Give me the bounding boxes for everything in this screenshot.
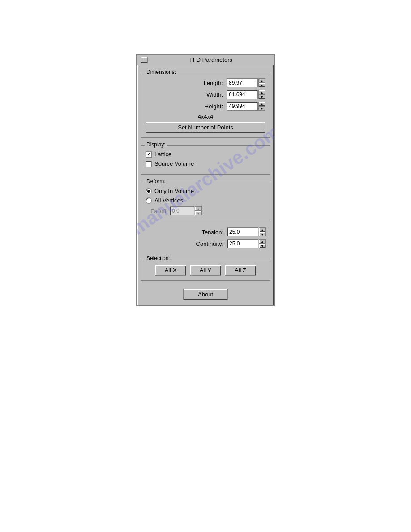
- only-in-volume-radio[interactable]: [146, 188, 152, 194]
- height-row: Height: ▲ ▼: [146, 102, 265, 111]
- tension-section: Tension: ▲ ▼ Continuity: ▲ ▼: [141, 224, 270, 252]
- selection-group: Selection: All X All Y All Z: [141, 259, 270, 281]
- tension-row: Tension: ▲ ▼: [145, 227, 266, 236]
- title-bar: - FFD Parameters: [137, 55, 274, 65]
- all-y-button[interactable]: All Y: [190, 265, 221, 276]
- falloff-up-button[interactable]: ▲: [195, 206, 202, 211]
- window-title: FFD Parameters: [151, 56, 270, 63]
- falloff-spinner-buttons: ▲ ▼: [195, 206, 202, 215]
- width-spinner-buttons: ▲ ▼: [258, 90, 265, 99]
- continuity-row: Continuity: ▲ ▼: [145, 239, 266, 248]
- continuity-spinner-buttons: ▲ ▼: [259, 239, 266, 248]
- points-display: 4x4x4: [146, 113, 265, 120]
- lattice-checkbox[interactable]: [146, 151, 152, 158]
- height-spinner: ▲ ▼: [227, 102, 265, 111]
- display-group: Display: Lattice Source Volume: [141, 145, 270, 175]
- tension-label: Tension:: [188, 229, 223, 236]
- falloff-down-button[interactable]: ▼: [195, 211, 202, 215]
- all-vertices-radio[interactable]: [146, 197, 152, 204]
- all-z-button[interactable]: All Z: [225, 265, 256, 276]
- continuity-down-button[interactable]: ▼: [259, 244, 266, 248]
- falloff-row: Falloff: ▲ ▼: [146, 206, 265, 215]
- length-input[interactable]: [227, 78, 258, 87]
- tension-spinner-buttons: ▲ ▼: [259, 227, 266, 236]
- only-in-volume-label: Only In Volume: [154, 188, 194, 194]
- only-in-volume-row: Only In Volume: [146, 188, 265, 194]
- height-down-button[interactable]: ▼: [258, 106, 265, 111]
- length-label: Length:: [196, 80, 223, 86]
- continuity-label: Continuity:: [188, 240, 223, 247]
- width-label: Width:: [196, 91, 223, 98]
- falloff-label: Falloff:: [146, 208, 168, 215]
- source-volume-checkbox[interactable]: [146, 161, 152, 167]
- lattice-label: Lattice: [154, 151, 171, 158]
- width-up-button[interactable]: ▲: [258, 90, 265, 94]
- all-vertices-row: All Vertices: [146, 197, 265, 204]
- selection-buttons-row: All X All Y All Z: [146, 265, 265, 276]
- continuity-spinner: ▲ ▼: [227, 239, 266, 248]
- dimensions-group: Dimensions: Length: ▲ ▼ Width: ▲: [141, 73, 270, 138]
- tension-down-button[interactable]: ▼: [259, 232, 266, 236]
- deform-label: Deform:: [145, 178, 167, 184]
- width-input[interactable]: [227, 90, 258, 99]
- tension-input[interactable]: [227, 227, 258, 236]
- all-x-button[interactable]: All X: [155, 265, 186, 276]
- minimize-button[interactable]: -: [141, 57, 148, 63]
- height-spinner-buttons: ▲ ▼: [258, 102, 265, 111]
- display-label: Display:: [145, 142, 167, 148]
- tension-spinner: ▲ ▼: [227, 227, 266, 236]
- source-volume-row: Source Volume: [146, 160, 265, 167]
- falloff-input[interactable]: [170, 206, 194, 215]
- length-row: Length: ▲ ▼: [146, 78, 265, 87]
- width-row: Width: ▲ ▼: [146, 90, 265, 99]
- height-input[interactable]: [227, 102, 258, 111]
- selection-label: Selection:: [145, 255, 172, 262]
- length-spinner-buttons: ▲ ▼: [258, 78, 265, 87]
- width-spinner: ▲ ▼: [227, 90, 265, 99]
- deform-group: Deform: Only In Volume All Vertices Fall…: [141, 182, 270, 220]
- tension-up-button[interactable]: ▲: [259, 227, 266, 232]
- height-label: Height:: [196, 103, 223, 110]
- source-volume-label: Source Volume: [154, 160, 194, 167]
- falloff-spinner: ▲ ▼: [170, 206, 202, 215]
- dimensions-label: Dimensions:: [145, 69, 178, 75]
- lattice-row: Lattice: [146, 151, 265, 158]
- width-down-button[interactable]: ▼: [258, 94, 265, 99]
- content-area: Dimensions: Length: ▲ ▼ Width: ▲: [137, 65, 274, 305]
- length-down-button[interactable]: ▼: [258, 83, 265, 87]
- ffd-parameters-window: manualarchive.com - FFD Parameters Dimen…: [136, 54, 275, 306]
- all-vertices-label: All Vertices: [154, 197, 183, 204]
- height-up-button[interactable]: ▲: [258, 102, 265, 106]
- length-up-button[interactable]: ▲: [258, 78, 265, 83]
- set-number-of-points-button[interactable]: Set Number of Points: [146, 122, 265, 133]
- continuity-up-button[interactable]: ▲: [259, 239, 266, 244]
- about-button[interactable]: About: [183, 289, 228, 300]
- length-spinner: ▲ ▼: [227, 78, 265, 87]
- continuity-input[interactable]: [227, 239, 258, 248]
